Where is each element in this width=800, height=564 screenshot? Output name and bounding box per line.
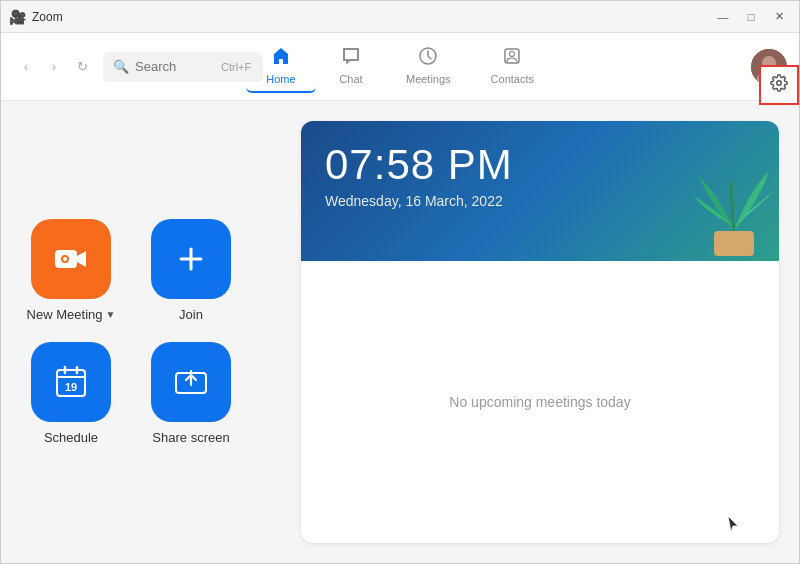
- app-icon: 🎥: [9, 9, 26, 25]
- share-screen-item[interactable]: Share screen: [141, 342, 241, 445]
- calendar-body: No upcoming meetings today: [301, 261, 779, 543]
- svg-rect-18: [714, 231, 754, 256]
- actions-row-bottom: 19 Schedule: [21, 342, 281, 445]
- toolbar: ‹ › ↻ 🔍 Ctrl+F Home: [1, 33, 799, 101]
- svg-point-7: [63, 257, 67, 261]
- window-controls: — □ ✕: [711, 5, 791, 29]
- settings-gear-button[interactable]: [759, 65, 799, 105]
- main-content: New Meeting ▼ Join: [1, 101, 799, 563]
- forward-button[interactable]: ›: [41, 54, 67, 80]
- tab-meetings[interactable]: Meetings: [386, 40, 471, 93]
- tab-contacts-label: Contacts: [491, 73, 534, 85]
- plant-decoration: [689, 151, 779, 261]
- svg-text:19: 19: [65, 381, 77, 393]
- tab-contacts[interactable]: Contacts: [471, 40, 554, 93]
- tab-chat-label: Chat: [339, 73, 362, 85]
- search-icon: 🔍: [113, 59, 129, 74]
- join-item[interactable]: Join: [141, 219, 241, 322]
- search-box[interactable]: 🔍 Ctrl+F: [103, 52, 263, 82]
- tab-home[interactable]: Home: [246, 40, 316, 93]
- actions-panel: New Meeting ▼ Join: [21, 121, 281, 543]
- title-bar: 🎥 Zoom — □ ✕: [1, 1, 799, 33]
- maximize-button[interactable]: □: [739, 5, 763, 29]
- new-meeting-button[interactable]: [31, 219, 111, 299]
- schedule-item[interactable]: 19 Schedule: [21, 342, 121, 445]
- tab-meetings-label: Meetings: [406, 73, 451, 85]
- refresh-button[interactable]: ↻: [69, 54, 95, 80]
- no-meetings-text: No upcoming meetings today: [449, 394, 630, 410]
- title-bar-left: 🎥 Zoom: [9, 9, 63, 25]
- schedule-button[interactable]: 19: [31, 342, 111, 422]
- contacts-icon: [502, 46, 522, 71]
- new-meeting-label: New Meeting ▼: [27, 307, 116, 322]
- chat-icon: [341, 46, 361, 71]
- minimize-button[interactable]: —: [711, 5, 735, 29]
- back-button[interactable]: ‹: [13, 54, 39, 80]
- search-input[interactable]: [135, 59, 215, 74]
- join-button[interactable]: [151, 219, 231, 299]
- calendar-header: 07:58 PM Wednesday, 16 March, 2022: [301, 121, 779, 261]
- actions-row-top: New Meeting ▼ Join: [21, 219, 281, 322]
- app-title: Zoom: [32, 10, 63, 24]
- zoom-window: 🎥 Zoom — □ ✕ ‹ › ↻ 🔍 Ctrl+F: [0, 0, 800, 564]
- join-label: Join: [179, 307, 203, 322]
- share-screen-label: Share screen: [152, 430, 229, 445]
- new-meeting-chevron: ▼: [105, 309, 115, 320]
- gear-icon: [770, 74, 788, 96]
- tab-chat[interactable]: Chat: [316, 40, 386, 93]
- share-screen-button[interactable]: [151, 342, 231, 422]
- nav-tabs: Home Chat: [246, 40, 554, 93]
- schedule-label: Schedule: [44, 430, 98, 445]
- nav-controls: ‹ › ↻: [13, 54, 95, 80]
- calendar-panel: 07:58 PM Wednesday, 16 March, 2022 No up…: [301, 121, 779, 543]
- meetings-icon: [418, 46, 438, 71]
- home-icon: [271, 46, 291, 71]
- new-meeting-item[interactable]: New Meeting ▼: [21, 219, 121, 322]
- tab-home-label: Home: [266, 73, 295, 85]
- close-button[interactable]: ✕: [767, 5, 791, 29]
- svg-point-2: [510, 52, 515, 57]
